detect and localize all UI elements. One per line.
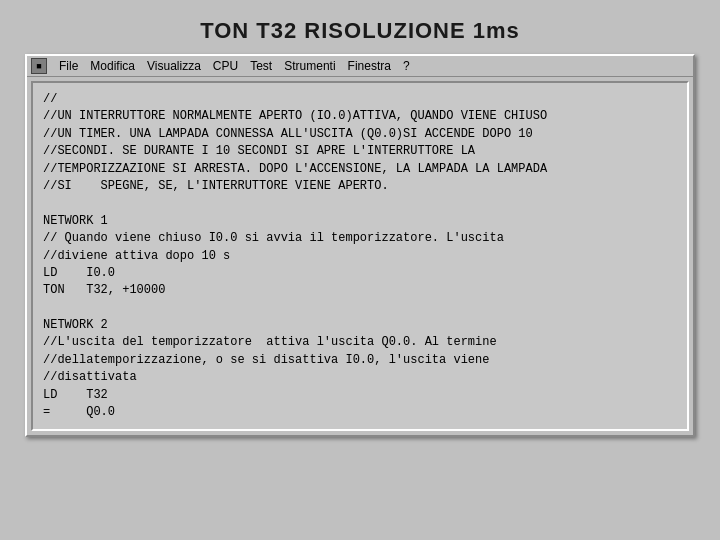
menu-visualizza[interactable]: Visualizza bbox=[141, 58, 207, 74]
menu-bar: ■ File Modifica Visualizza CPU Test Stru… bbox=[27, 56, 693, 77]
menu-cpu[interactable]: CPU bbox=[207, 58, 244, 74]
app-icon: ■ bbox=[31, 58, 47, 74]
menu-help[interactable]: ? bbox=[397, 58, 416, 74]
menu-modifica[interactable]: Modifica bbox=[84, 58, 141, 74]
page-title: TON T32 RISOLUZIONE 1ms bbox=[200, 18, 520, 44]
menu-test[interactable]: Test bbox=[244, 58, 278, 74]
code-editor[interactable]: // //UN INTERRUTTORE NORMALMENTE APERTO … bbox=[31, 81, 689, 431]
window-container: ■ File Modifica Visualizza CPU Test Stru… bbox=[25, 54, 695, 437]
menu-finestra[interactable]: Finestra bbox=[342, 58, 397, 74]
menu-file[interactable]: File bbox=[53, 58, 84, 74]
menu-strumenti[interactable]: Strumenti bbox=[278, 58, 341, 74]
